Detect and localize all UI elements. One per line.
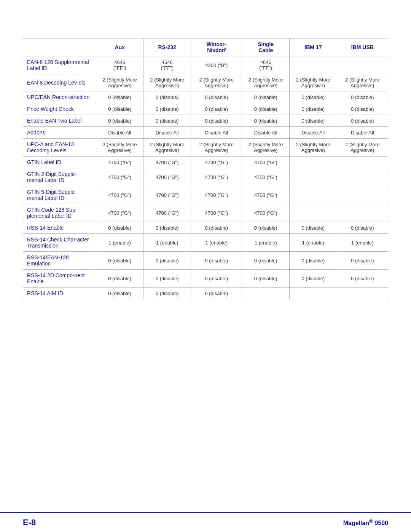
data-cell: 4700 ("G") bbox=[143, 157, 191, 168]
data-cell: Disable All bbox=[290, 127, 337, 139]
data-cell: 2 (Slightly More Aggresive) bbox=[290, 74, 337, 91]
row-label: Enable EAN Two Label bbox=[23, 115, 96, 127]
data-cell: 4200 ("B") bbox=[191, 56, 242, 74]
data-cell: 0 (disable) bbox=[143, 103, 191, 115]
data-cell: 0 (disable) bbox=[290, 222, 337, 234]
data-cell: 0 (disable) bbox=[96, 288, 143, 299]
data-cell: 2 (Slightly More Aggresive) bbox=[242, 74, 290, 91]
data-cell: 0 (disable) bbox=[143, 91, 191, 103]
data-cell: 0 (disable) bbox=[96, 222, 143, 234]
data-cell: 0 (disable) bbox=[337, 222, 388, 234]
data-cell: 0 (disable) bbox=[242, 252, 290, 270]
row-label: RSS-14/EAN-128 Emulation bbox=[23, 252, 96, 270]
data-cell bbox=[290, 204, 337, 222]
data-cell: 0 (disable) bbox=[290, 115, 337, 127]
data-cell: Disable All bbox=[191, 127, 242, 139]
data-table: Aux RS-232 Wincor-Nixdorf SingleCable IB… bbox=[23, 38, 388, 299]
data-cell bbox=[290, 168, 337, 186]
data-cell: 0 (disable) bbox=[242, 115, 290, 127]
data-cell: 0 (disable) bbox=[143, 288, 191, 299]
data-cell: 2 (Slightly More Aggresive) bbox=[290, 139, 337, 157]
col-header-wincor: Wincor-Nixdorf bbox=[191, 38, 242, 56]
data-cell: 4700 ("G") bbox=[96, 186, 143, 204]
data-cell: 0 (disable) bbox=[337, 270, 388, 288]
row-label: GTIN 5-Digit Supple-mental Label ID bbox=[23, 186, 96, 204]
data-cell bbox=[290, 56, 337, 74]
data-cell: 4646("FF") bbox=[96, 56, 143, 74]
data-cell: 2 (Slightly More Aggresive) bbox=[143, 139, 191, 157]
data-cell bbox=[337, 157, 388, 168]
data-cell: 0 (disable) bbox=[242, 222, 290, 234]
col-header-label bbox=[23, 38, 96, 56]
data-cell: 4700 ("G") bbox=[191, 168, 242, 186]
data-cell: 0 (disable) bbox=[96, 91, 143, 103]
data-cell: Disable All bbox=[242, 127, 290, 139]
col-header-ibm17: IBM 17 bbox=[290, 38, 337, 56]
data-cell: 2 (Slightly More Aggresive) bbox=[191, 74, 242, 91]
row-label: EAN-8 Decoding Lev-els bbox=[23, 74, 96, 91]
data-cell: 4700 ("G") bbox=[143, 168, 191, 186]
data-cell: 0 (disable) bbox=[191, 103, 242, 115]
row-label: Addons bbox=[23, 127, 96, 139]
row-label: UPC/EAN Recon-struction bbox=[23, 91, 96, 103]
data-cell: 0 (disable) bbox=[96, 115, 143, 127]
col-header-ibmusb: IBM USB bbox=[337, 38, 388, 56]
data-cell bbox=[290, 157, 337, 168]
data-cell: 0 (disable) bbox=[337, 103, 388, 115]
data-cell bbox=[337, 168, 388, 186]
data-cell: 1 (enable) bbox=[96, 234, 143, 252]
data-cell: 0 (disable) bbox=[191, 115, 242, 127]
data-cell bbox=[337, 204, 388, 222]
data-cell: 2 (Slightly More Aggresive) bbox=[337, 139, 388, 157]
data-cell: 0 (disable) bbox=[191, 270, 242, 288]
data-cell: Disable All bbox=[143, 127, 191, 139]
data-cell: 0 (disable) bbox=[191, 91, 242, 103]
row-label: RSS-14 2D Compo-nent Enable bbox=[23, 270, 96, 288]
data-cell: 0 (disable) bbox=[290, 252, 337, 270]
data-cell: 0 (disable) bbox=[337, 115, 388, 127]
data-cell: 0 (disable) bbox=[96, 252, 143, 270]
data-cell: 4700 ("G") bbox=[242, 168, 290, 186]
data-cell: 2 (Slightly More Aggresive) bbox=[337, 74, 388, 91]
data-cell: 4700 ("G") bbox=[143, 186, 191, 204]
data-cell: 2 (Slightly More Aggresive) bbox=[191, 139, 242, 157]
data-cell: 4700 ("G") bbox=[96, 204, 143, 222]
data-cell bbox=[337, 288, 388, 299]
data-cell bbox=[242, 288, 290, 299]
data-cell: 1 (enable) bbox=[337, 234, 388, 252]
data-cell: 1 (enable) bbox=[290, 234, 337, 252]
row-label: EAN-8 128 Supple-mental Label ID bbox=[23, 56, 96, 74]
data-cell bbox=[290, 288, 337, 299]
data-cell: 0 (disable) bbox=[143, 115, 191, 127]
row-label: RSS-14 AIM ID bbox=[23, 288, 96, 299]
data-cell: 4700 ("G") bbox=[242, 186, 290, 204]
data-cell: 0 (disable) bbox=[337, 91, 388, 103]
data-cell: 2 (Slightly More Aggresive) bbox=[143, 74, 191, 91]
data-cell: 0 (disable) bbox=[242, 270, 290, 288]
data-cell: 4700 ("G") bbox=[143, 204, 191, 222]
data-cell: 0 (disable) bbox=[242, 91, 290, 103]
data-cell: 4700 ("G") bbox=[242, 204, 290, 222]
data-cell: 4646("FF") bbox=[143, 56, 191, 74]
data-cell: 0 (disable) bbox=[290, 270, 337, 288]
data-cell: 0 (disable) bbox=[290, 91, 337, 103]
row-label: GTIN Code 128 Sup-plemental Label ID bbox=[23, 204, 96, 222]
page-content: Aux RS-232 Wincor-Nixdorf SingleCable IB… bbox=[0, 0, 411, 512]
col-header-aux: Aux bbox=[96, 38, 143, 56]
row-label: UPC-A and EAN-13 Decoding Levels bbox=[23, 139, 96, 157]
col-header-rs232: RS-232 bbox=[143, 38, 191, 56]
data-cell: 4700 ("G") bbox=[191, 157, 242, 168]
data-cell bbox=[337, 56, 388, 74]
data-cell: 4700 ("G") bbox=[191, 204, 242, 222]
data-cell: 1 (enable) bbox=[191, 234, 242, 252]
data-cell: 4700 ("G") bbox=[96, 157, 143, 168]
data-cell: 1 (enable) bbox=[143, 234, 191, 252]
data-cell: 0 (disable) bbox=[191, 288, 242, 299]
data-cell: 0 (disable) bbox=[143, 270, 191, 288]
data-cell: 0 (disable) bbox=[191, 222, 242, 234]
row-label: RSS-14 Enable bbox=[23, 222, 96, 234]
data-cell: 0 (disable) bbox=[96, 270, 143, 288]
row-label: Price Weight Check bbox=[23, 103, 96, 115]
col-header-single: SingleCable bbox=[242, 38, 290, 56]
data-cell: Disable All bbox=[337, 127, 388, 139]
